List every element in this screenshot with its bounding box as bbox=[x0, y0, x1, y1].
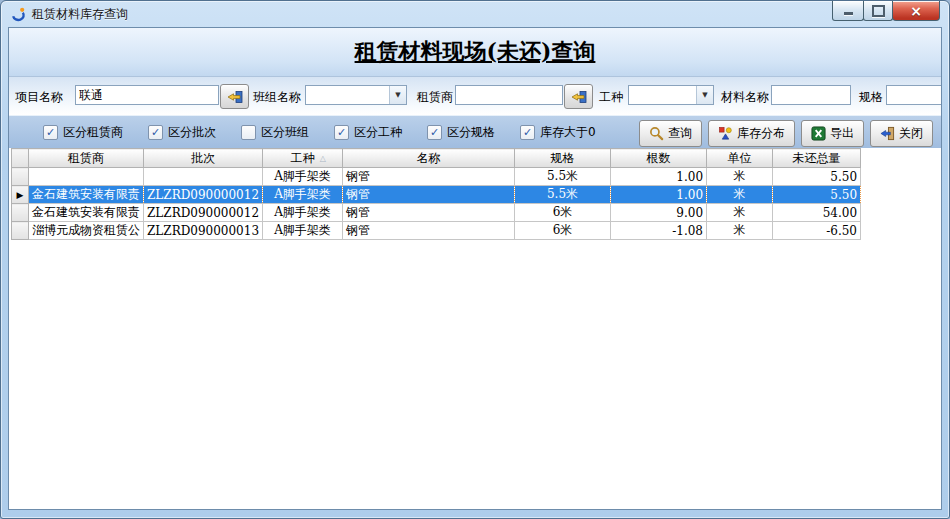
row-selector[interactable] bbox=[12, 222, 29, 240]
spec-input[interactable] bbox=[886, 85, 942, 105]
table-row[interactable]: A脚手架类 钢管 5.5米 1.00 米 5.50 bbox=[12, 168, 861, 186]
checkbox-box[interactable]: ✓ bbox=[334, 125, 349, 140]
cell-batch[interactable]: ZLZRD090000012 bbox=[144, 204, 263, 222]
query-button[interactable]: 查询 bbox=[639, 120, 702, 147]
maximize-icon bbox=[872, 5, 885, 17]
checkbox-distinguish-worktype[interactable]: ✓ 区分工种 bbox=[334, 124, 402, 141]
worktype-combobox[interactable]: ▼ bbox=[628, 85, 714, 105]
cell-lessor[interactable] bbox=[29, 168, 144, 186]
worktype-label: 工种 bbox=[599, 89, 623, 106]
chevron-down-icon[interactable]: ▼ bbox=[696, 86, 713, 104]
title-bar[interactable]: 租赁材料库存查询 × bbox=[1, 1, 949, 27]
row-selector[interactable]: ▶ bbox=[12, 186, 29, 204]
lessor-input[interactable] bbox=[455, 85, 563, 105]
table-row[interactable]: 金石建筑安装有限责 ZLZRD090000012 A脚手架类 钢管 6米 9.0… bbox=[12, 204, 861, 222]
row-selector[interactable] bbox=[12, 168, 29, 186]
export-button[interactable]: 导出 bbox=[801, 120, 864, 147]
table-header-row: 租赁商 批次 工种△ 名称 规格 根数 单位 未还总量 bbox=[12, 149, 861, 168]
material-name-label: 材料名称 bbox=[721, 89, 769, 106]
checkbox-box[interactable]: ✓ bbox=[520, 125, 535, 140]
cell-total[interactable]: 5.50 bbox=[773, 186, 861, 204]
checkbox-label: 区分规格 bbox=[447, 124, 495, 141]
exit-door-icon bbox=[880, 126, 895, 141]
checkbox-box[interactable]: ✓ bbox=[427, 125, 442, 140]
cell-unit[interactable]: 米 bbox=[707, 222, 773, 240]
toolbar-band: ✓ 区分租赁商 ✓ 区分批次 区分班组 ✓ 区分工种 ✓ 区分规格 bbox=[9, 115, 941, 149]
scatter-chart-icon bbox=[718, 126, 733, 141]
col-total[interactable]: 未还总量 bbox=[773, 149, 861, 168]
cell-spec[interactable]: 6米 bbox=[515, 204, 611, 222]
cell-unit[interactable]: 米 bbox=[707, 168, 773, 186]
minimize-button[interactable] bbox=[832, 1, 864, 21]
cell-worktype[interactable]: A脚手架类 bbox=[263, 222, 343, 240]
checkbox-distinguish-batch[interactable]: ✓ 区分批次 bbox=[148, 124, 216, 141]
cell-name[interactable]: 钢管 bbox=[343, 168, 515, 186]
cell-total[interactable]: 54.00 bbox=[773, 204, 861, 222]
page-title: 租赁材料现场(未还)查询 bbox=[355, 37, 596, 67]
cell-lessor[interactable]: 金石建筑安装有限责 bbox=[29, 204, 144, 222]
checkbox-distinguish-team[interactable]: 区分班组 bbox=[241, 124, 309, 141]
checkbox-box[interactable] bbox=[241, 125, 256, 140]
cell-spec[interactable]: 6米 bbox=[515, 222, 611, 240]
material-name-input[interactable] bbox=[771, 85, 851, 105]
close-window-button[interactable]: 关闭 bbox=[870, 120, 933, 147]
cell-unit[interactable]: 米 bbox=[707, 186, 773, 204]
cell-total[interactable]: 5.50 bbox=[773, 168, 861, 186]
col-batch[interactable]: 批次 bbox=[144, 149, 263, 168]
row-selector[interactable] bbox=[12, 204, 29, 222]
col-worktype[interactable]: 工种△ bbox=[263, 149, 343, 168]
cell-count[interactable]: -1.08 bbox=[611, 222, 707, 240]
cell-count[interactable]: 1.00 bbox=[611, 168, 707, 186]
project-select-button[interactable] bbox=[220, 84, 249, 109]
cell-lessor[interactable]: 金石建筑安装有限责 bbox=[29, 186, 144, 204]
col-count[interactable]: 根数 bbox=[611, 149, 707, 168]
cell-spec[interactable]: 5.5米 bbox=[515, 168, 611, 186]
checkbox-label: 区分工种 bbox=[354, 124, 402, 141]
col-spec[interactable]: 规格 bbox=[515, 149, 611, 168]
cell-worktype[interactable]: A脚手架类 bbox=[263, 168, 343, 186]
col-lessor[interactable]: 租赁商 bbox=[29, 149, 144, 168]
checkbox-label: 区分班组 bbox=[261, 124, 309, 141]
col-name[interactable]: 名称 bbox=[343, 149, 515, 168]
hand-select-icon bbox=[227, 90, 243, 104]
team-name-combobox[interactable]: ▼ bbox=[305, 85, 407, 105]
checkbox-distinguish-lessor[interactable]: ✓ 区分租赁商 bbox=[43, 124, 123, 141]
header-band: 租赁材料现场(未还)查询 bbox=[9, 28, 941, 77]
cell-count[interactable]: 1.00 bbox=[611, 186, 707, 204]
worktype-value bbox=[632, 88, 695, 104]
checkbox-distinguish-spec[interactable]: ✓ 区分规格 bbox=[427, 124, 495, 141]
checkbox-box[interactable]: ✓ bbox=[43, 125, 58, 140]
project-name-label: 项目名称 bbox=[15, 89, 63, 106]
cell-worktype[interactable]: A脚手架类 bbox=[263, 186, 343, 204]
col-unit[interactable]: 单位 bbox=[707, 149, 773, 168]
action-buttons: 查询 库存分布 导出 bbox=[639, 120, 933, 147]
cell-name[interactable]: 钢管 bbox=[343, 186, 515, 204]
cell-total[interactable]: -6.50 bbox=[773, 222, 861, 240]
cell-batch[interactable] bbox=[144, 168, 263, 186]
checkbox-label: 库存大于0 bbox=[540, 124, 596, 141]
cell-count[interactable]: 9.00 bbox=[611, 204, 707, 222]
window-controls: × bbox=[833, 1, 940, 21]
cell-unit[interactable]: 米 bbox=[707, 204, 773, 222]
cell-batch[interactable]: ZLZRD090000012 bbox=[144, 186, 263, 204]
cell-spec[interactable]: 5.5米 bbox=[515, 186, 611, 204]
stock-distribution-button[interactable]: 库存分布 bbox=[708, 120, 795, 147]
cell-batch[interactable]: ZLZRD090000013 bbox=[144, 222, 263, 240]
close-icon: × bbox=[910, 4, 922, 18]
checkbox-stock-gt-zero[interactable]: ✓ 库存大于0 bbox=[520, 124, 596, 141]
table-row[interactable]: 淄博元成物资租赁公 ZLZRD090000013 A脚手架类 钢管 6米 -1.… bbox=[12, 222, 861, 240]
lessor-label: 租赁商 bbox=[417, 89, 453, 106]
maximize-button[interactable] bbox=[863, 1, 893, 21]
cell-name[interactable]: 钢管 bbox=[343, 204, 515, 222]
table-row-selected[interactable]: ▶ 金石建筑安装有限责 ZLZRD090000012 A脚手架类 钢管 5.5米… bbox=[12, 186, 861, 204]
cell-name[interactable]: 钢管 bbox=[343, 222, 515, 240]
lessor-select-button[interactable] bbox=[564, 84, 593, 109]
project-name-input[interactable] bbox=[75, 85, 219, 105]
cell-worktype[interactable]: A脚手架类 bbox=[263, 204, 343, 222]
row-selector-header bbox=[12, 149, 29, 168]
checkbox-box[interactable]: ✓ bbox=[148, 125, 163, 140]
close-button[interactable]: × bbox=[892, 1, 940, 21]
filter-band: 项目名称 班组名称 ▼ 租赁商 工种 bbox=[9, 77, 941, 115]
chevron-down-icon[interactable]: ▼ bbox=[389, 86, 406, 104]
cell-lessor[interactable]: 淄博元成物资租赁公 bbox=[29, 222, 144, 240]
